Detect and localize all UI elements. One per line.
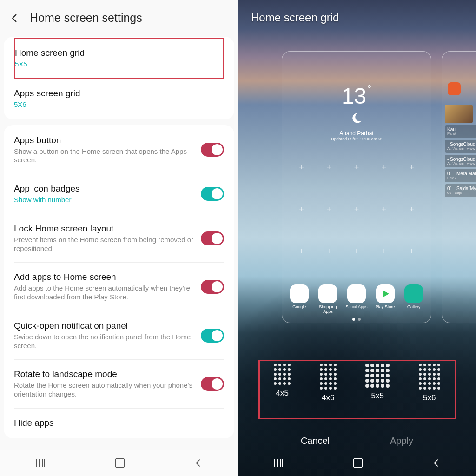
- settings-panel: Home screen settings Home screen grid 5X…: [0, 0, 238, 476]
- apply-button[interactable]: Apply: [390, 436, 413, 446]
- home-icon[interactable]: [353, 458, 363, 468]
- grid-slot-row: +++++: [282, 247, 431, 255]
- hide-apps-row[interactable]: Hide apps: [14, 409, 224, 437]
- rotate-landscape-row[interactable]: Rotate to landscape mode Rotate the Home…: [14, 360, 224, 409]
- row-value: 5X6: [14, 100, 217, 109]
- lock-layout-toggle[interactable]: [201, 231, 224, 245]
- page-indicator: [282, 317, 431, 322]
- dock-social[interactable]: Social Apps: [344, 284, 369, 314]
- app-icon-badges-row[interactable]: App icon badges Show with number: [14, 174, 224, 214]
- row-title: Apps screen grid: [14, 88, 217, 99]
- recents-icon[interactable]: [272, 458, 284, 468]
- home-screen-grid-row[interactable]: Home screen grid 5X5: [14, 38, 224, 79]
- dock-play-store[interactable]: Play Store: [373, 284, 398, 314]
- quick-open-row[interactable]: Quick-open notification panel Swipe down…: [14, 311, 224, 360]
- moon-icon: [350, 112, 363, 125]
- flipboard-icon: [448, 82, 461, 95]
- lock-layout-row[interactable]: Lock Home screen layout Prevent items on…: [14, 214, 224, 263]
- recents-icon[interactable]: [34, 458, 46, 468]
- music-row: KauPalak: [445, 125, 476, 138]
- nav-bar: [0, 450, 238, 476]
- home-preview[interactable]: 13° Anand Parbat Updated 09/02 12:00 am …: [282, 51, 431, 323]
- weather-widget: 13° Anand Parbat Updated 09/02 12:00 am …: [287, 83, 426, 141]
- music-row: 01 - Sajda(My01 - Sajd: [445, 184, 476, 197]
- grid-option-5x5[interactable]: 5x5: [365, 364, 390, 403]
- page-title: Home screen settings: [30, 11, 142, 25]
- grid-picker-panel: Home screen grid 13° Anand Parbat Update…: [238, 0, 476, 476]
- settings-header: Home screen settings: [0, 0, 238, 34]
- add-apps-row[interactable]: Add apps to Home screen Add apps to the …: [14, 263, 224, 311]
- action-bar: Cancel Apply: [238, 436, 476, 446]
- nav-bar: [238, 450, 476, 476]
- grid-option-4x5[interactable]: 4x5: [274, 364, 291, 403]
- grid-option-4x6[interactable]: 4x6: [320, 364, 337, 403]
- back-nav-icon[interactable]: [193, 458, 204, 468]
- music-row: - SongsCloud.Atif Aslam - www: [445, 155, 476, 168]
- dock-gallery[interactable]: Gallery: [401, 284, 426, 314]
- home-preview-secondary[interactable]: KauPalak - SongsCloud.Atif Aslam - www -…: [442, 51, 476, 323]
- music-row: 01 - Mera ManFalak: [445, 169, 476, 182]
- dock-google[interactable]: Google: [287, 284, 312, 314]
- music-cover: [445, 105, 473, 123]
- apps-button-toggle[interactable]: [201, 143, 224, 157]
- cancel-button[interactable]: Cancel: [301, 436, 330, 446]
- apps-button-row[interactable]: Apps button Show a button on the Home sc…: [14, 126, 224, 175]
- grid-slot-row: +++++: [282, 163, 431, 172]
- page-title: Home screen grid: [238, 0, 476, 29]
- dock: Google Shopping Apps Social Apps Play St…: [282, 284, 431, 314]
- grid-slot-row: +++++: [282, 205, 431, 213]
- back-nav-icon[interactable]: [431, 458, 442, 468]
- options-card: Apps button Show a button on the Home sc…: [4, 125, 234, 438]
- row-value: 5X5: [15, 60, 216, 69]
- row-title: Home screen grid: [15, 48, 216, 58]
- quick-open-toggle[interactable]: [201, 329, 224, 343]
- back-icon[interactable]: [9, 13, 20, 24]
- add-apps-toggle[interactable]: [201, 280, 224, 294]
- grid-option-5x6[interactable]: 5x6: [419, 364, 440, 403]
- home-icon[interactable]: [115, 458, 125, 468]
- rotate-landscape-toggle[interactable]: [201, 377, 224, 391]
- music-row: - SongsCloud.Atif Aslam - www: [445, 140, 476, 153]
- grid-picker: 4x5 4x6 5x5: [238, 364, 476, 403]
- dock-shopping[interactable]: Shopping Apps: [315, 284, 340, 314]
- grid-settings-card: Home screen grid 5X5 Apps screen grid 5X…: [4, 37, 234, 119]
- app-icon-badges-toggle[interactable]: [201, 187, 224, 201]
- apps-screen-grid-row[interactable]: Apps screen grid 5X6: [14, 79, 224, 119]
